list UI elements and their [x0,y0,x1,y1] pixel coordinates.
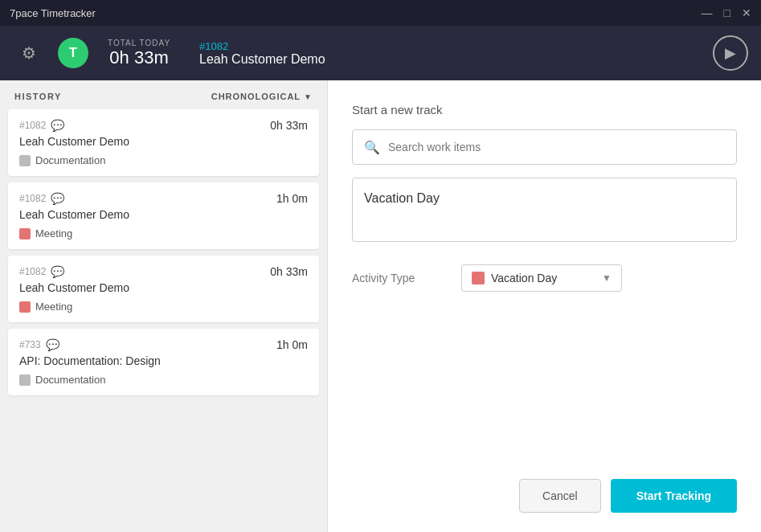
search-input[interactable] [388,141,725,153]
list-item[interactable]: #1082 💬 0h 33m Leah Customer Demo Meetin… [8,256,319,322]
comment-icon: 💬 [51,192,64,205]
tag-label: Meeting [35,301,72,313]
card-header: #1082 💬 0h 33m [19,265,308,278]
card-header: #1082 💬 0h 33m [19,119,308,132]
activity-type-value: Vacation Day [491,272,557,284]
comment-icon: 💬 [46,338,59,351]
current-item-section: #1082 Leah Customer Demo [199,40,700,67]
tag-label: Documentation [35,374,105,386]
maximize-button[interactable]: □ [724,7,730,18]
avatar: T [58,38,88,68]
tag-color-swatch [19,374,31,386]
play-icon: ▶ [725,44,736,62]
total-today-label: TOTAL TODAY [108,39,170,47]
card-duration: 0h 33m [270,265,308,278]
list-item[interactable]: #1082 💬 0h 33m Leah Customer Demo Docume… [8,109,319,176]
activity-color-swatch [472,272,485,284]
settings-button[interactable]: ⚙ [13,37,45,69]
card-tag: Meeting [19,227,308,239]
right-panel: Start a new track 🔍 Vacation Day Activit… [328,80,761,532]
card-id: #1082 [19,193,46,204]
list-item[interactable]: #1082 💬 1h 0m Leah Customer Demo Meeting [8,182,319,249]
history-label: HISTORY [14,92,62,101]
card-title: Leah Customer Demo [19,208,308,221]
card-tag: Documentation [19,154,308,166]
app-title: 7pace Timetracker [10,7,96,19]
list-item[interactable]: #733 💬 1h 0m API: Documentation: Design … [8,329,319,395]
card-duration: 1h 0m [276,338,308,351]
card-id: #1082 [19,266,46,277]
card-tag: Meeting [19,301,308,313]
history-list: #1082 💬 0h 33m Leah Customer Demo Docume… [0,109,327,532]
card-title: Leah Customer Demo [19,281,308,294]
search-icon: 🔍 [364,140,380,155]
vacation-text-box: Vacation Day [352,178,737,242]
current-item-id: #1082 [199,40,700,52]
close-button[interactable]: ✕ [742,7,751,18]
comment-icon: 💬 [51,265,64,278]
left-header: HISTORY CHRONOLOGICAL ▼ [0,80,327,109]
tag-label: Meeting [35,227,72,239]
tag-label: Documentation [35,154,105,166]
sort-button[interactable]: CHRONOLOGICAL ▼ [211,92,313,101]
card-header: #733 💬 1h 0m [19,338,308,351]
new-track-heading: Start a new track [352,103,737,117]
chevron-down-icon: ▼ [602,272,612,284]
card-header: #1082 💬 1h 0m [19,192,308,205]
tag-color-swatch [19,228,31,239]
minimize-button[interactable]: — [702,7,713,18]
titlebar: 7pace Timetracker — □ ✕ [0,0,761,26]
activity-type-row: Activity Type Vacation Day ▼ [352,264,737,292]
cancel-button[interactable]: Cancel [519,479,601,513]
activity-type-label: Activity Type [352,272,448,284]
search-box[interactable]: 🔍 [352,129,737,165]
card-id: #733 [19,339,41,350]
total-today-value: 0h 33m [108,47,170,68]
left-panel: HISTORY CHRONOLOGICAL ▼ #1082 💬 0h 33m [0,80,328,532]
main-content: HISTORY CHRONOLOGICAL ▼ #1082 💬 0h 33m [0,80,761,532]
card-tag: Documentation [19,374,308,386]
sort-label: CHRONOLOGICAL [211,92,301,101]
total-today-section: TOTAL TODAY 0h 33m [108,39,170,68]
topbar: ⚙ T TOTAL TODAY 0h 33m #1082 Leah Custom… [0,26,761,80]
start-tracking-button[interactable]: Start Tracking [611,479,737,513]
play-button[interactable]: ▶ [713,35,748,71]
vacation-text: Vacation Day [364,191,440,205]
card-title: API: Documentation: Design [19,354,308,367]
chevron-down-icon: ▼ [304,92,313,101]
card-id: #1082 [19,120,46,131]
gear-icon: ⚙ [22,43,36,63]
tag-color-swatch [19,301,31,313]
card-title: Leah Customer Demo [19,135,308,148]
card-duration: 0h 33m [270,119,308,132]
app-window: 7pace Timetracker — □ ✕ ⚙ T TOTAL TODAY … [0,0,761,532]
card-duration: 1h 0m [276,192,308,205]
current-item-name: Leah Customer Demo [199,52,700,67]
comment-icon: 💬 [51,119,64,132]
window-controls: — □ ✕ [702,7,751,18]
tag-color-swatch [19,155,31,166]
activity-type-dropdown[interactable]: Vacation Day ▼ [461,264,622,292]
action-buttons: Cancel Start Tracking [352,479,737,513]
